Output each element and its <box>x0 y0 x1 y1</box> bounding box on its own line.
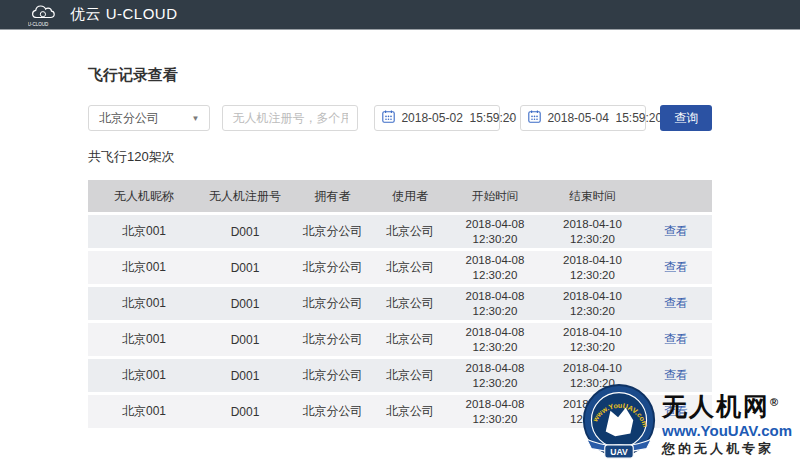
owner: 北京分公司 <box>290 295 375 312</box>
owner: 北京分公司 <box>290 331 375 348</box>
user: 北京公司 <box>375 403 445 420</box>
view-link[interactable]: 查看 <box>664 368 688 382</box>
watermark-title: 无人机网® <box>662 393 792 421</box>
table-row: 北京001D001北京分公司北京公司2018-04-0812:30:202018… <box>88 323 712 356</box>
badge-uav-text: UAV <box>610 447 628 457</box>
end-datetime-value: 2018-05-04 15:59:20 <box>547 111 662 125</box>
top-navbar: U-CLOUD 优云 U-CLOUD <box>0 0 800 30</box>
start-datetime-value: 2018-05-02 15:59:20 <box>401 111 516 125</box>
date-range-separator: - <box>508 111 512 125</box>
youuav-badge-icon: www.YouUAV.com UAV <box>581 382 657 468</box>
uav-reg-number: D001 <box>200 369 290 383</box>
end-datetime-picker[interactable]: 2018-05-04 15:59:20 <box>520 105 646 131</box>
owner: 北京分公司 <box>290 367 375 384</box>
owner: 北京分公司 <box>290 403 375 420</box>
uav-nickname: 北京001 <box>88 331 200 348</box>
watermark-text: 无人机网® www.YouUAV.com 您的无人机专家 <box>662 393 792 456</box>
end-time: 2018-04-1012:30:20 <box>545 325 640 355</box>
view-action-cell: 查看 <box>640 259 712 276</box>
col-uav-nickname: 无人机昵称 <box>88 188 200 205</box>
user: 北京公司 <box>375 259 445 276</box>
start-time: 2018-04-0812:30:20 <box>445 397 545 427</box>
table-row: 北京001D001北京分公司北京公司2018-04-0812:30:202018… <box>88 215 712 248</box>
view-action-cell: 查看 <box>640 331 712 348</box>
uav-reg-number: D001 <box>200 297 290 311</box>
start-time: 2018-04-0812:30:20 <box>445 325 545 355</box>
user: 北京公司 <box>375 367 445 384</box>
view-link[interactable]: 查看 <box>664 332 688 346</box>
logo-subtext: U-CLOUD <box>28 22 49 27</box>
start-datetime-picker[interactable]: 2018-05-02 15:59:20 <box>374 105 500 131</box>
flight-count-summary: 共飞行120架次 <box>88 148 712 166</box>
view-link[interactable]: 查看 <box>664 260 688 274</box>
start-time: 2018-04-0812:30:20 <box>445 289 545 319</box>
user: 北京公司 <box>375 331 445 348</box>
uav-reg-number: D001 <box>200 261 290 275</box>
start-time: 2018-04-0812:30:20 <box>445 361 545 391</box>
uav-nickname: 北京001 <box>88 367 200 384</box>
calendar-icon <box>382 110 395 126</box>
reg-number-input[interactable] <box>222 105 358 131</box>
col-uav-reg: 无人机注册号 <box>200 188 290 205</box>
company-select[interactable]: 北京分公司 ▼ <box>88 105 210 131</box>
table-row: 北京001D001北京分公司北京公司2018-04-0812:30:202018… <box>88 251 712 284</box>
query-button[interactable]: 查询 <box>660 105 712 131</box>
uav-nickname: 北京001 <box>88 223 200 240</box>
page-title: 飞行记录查看 <box>88 66 712 85</box>
user: 北京公司 <box>375 223 445 240</box>
view-action-cell: 查看 <box>640 295 712 312</box>
owner: 北京分公司 <box>290 223 375 240</box>
owner: 北京分公司 <box>290 259 375 276</box>
main-content: 飞行记录查看 北京分公司 ▼ 20 <box>0 66 800 428</box>
start-time: 2018-04-0812:30:20 <box>445 253 545 283</box>
watermark-url: www.YouUAV.com <box>662 423 792 440</box>
uav-nickname: 北京001 <box>88 403 200 420</box>
uav-nickname: 北京001 <box>88 259 200 276</box>
view-link[interactable]: 查看 <box>664 296 688 310</box>
uav-nickname: 北京001 <box>88 295 200 312</box>
youuav-watermark: www.YouUAV.com UAV 无人机网® www.YouUAV.com … <box>581 382 792 468</box>
brand-title: 优云 U-CLOUD <box>70 5 178 24</box>
company-select-value: 北京分公司 <box>99 110 159 127</box>
view-action-cell: 查看 <box>640 223 712 240</box>
col-start-time: 开始时间 <box>445 189 545 204</box>
calendar-icon <box>528 110 541 126</box>
chevron-down-icon: ▼ <box>192 114 200 123</box>
end-time: 2018-04-1012:30:20 <box>545 289 640 319</box>
end-time: 2018-04-1012:30:20 <box>545 217 640 247</box>
end-time: 2018-04-1012:30:20 <box>545 253 640 283</box>
col-end-time: 结束时间 <box>545 189 640 204</box>
page: U-CLOUD 优云 U-CLOUD 飞行记录查看 北京分公司 ▼ <box>0 0 800 473</box>
registered-mark: ® <box>770 396 780 408</box>
user: 北京公司 <box>375 295 445 312</box>
table-header: 无人机昵称 无人机注册号 拥有者 使用者 开始时间 结束时间 <box>88 180 712 212</box>
table-row: 北京001D001北京分公司北京公司2018-04-0812:30:202018… <box>88 287 712 320</box>
uav-reg-number: D001 <box>200 225 290 239</box>
uav-reg-number: D001 <box>200 405 290 419</box>
filter-bar: 北京分公司 ▼ 2018-05-02 15:59:20 <box>88 105 712 131</box>
start-time: 2018-04-0812:30:20 <box>445 217 545 247</box>
col-user: 使用者 <box>375 188 445 205</box>
view-link[interactable]: 查看 <box>664 224 688 238</box>
cloud-logo-icon: U-CLOUD <box>28 2 60 28</box>
uav-reg-number: D001 <box>200 333 290 347</box>
watermark-slogan: 您的无人机专家 <box>662 442 792 456</box>
col-owner: 拥有者 <box>290 188 375 205</box>
